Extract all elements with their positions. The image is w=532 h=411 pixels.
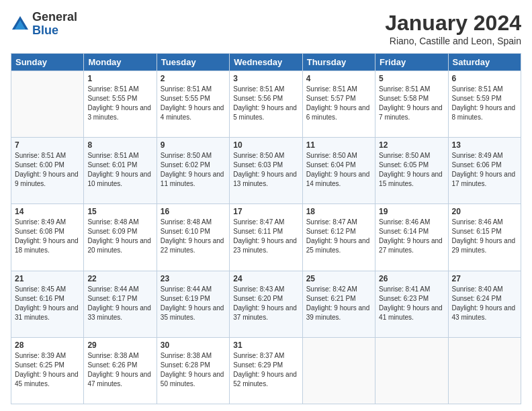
day-number: 12 <box>379 140 444 150</box>
location-subtitle: Riano, Castille and Leon, Spain <box>385 36 521 46</box>
day-number: 20 <box>452 207 517 216</box>
calendar-cell: 7 Sunrise: 8:51 AMSunset: 6:00 PMDayligh… <box>11 138 84 204</box>
calendar-cell: 9 Sunrise: 8:50 AMSunset: 6:02 PMDayligh… <box>157 138 229 204</box>
calendar-cell: 17 Sunrise: 8:47 AMSunset: 6:11 PMDaylig… <box>230 204 302 271</box>
day-number: 27 <box>452 274 517 283</box>
day-number: 19 <box>379 207 444 216</box>
calendar-cell: 18 Sunrise: 8:47 AMSunset: 6:12 PMDaylig… <box>302 204 375 271</box>
day-number: 8 <box>87 140 152 150</box>
calendar-week-3: 21 Sunrise: 8:45 AMSunset: 6:16 PMDaylig… <box>11 271 521 337</box>
logo-icon <box>11 15 30 34</box>
day-info: Sunrise: 8:48 AMSunset: 6:10 PMDaylight:… <box>161 218 224 254</box>
calendar-week-2: 14 Sunrise: 8:49 AMSunset: 6:08 PMDaylig… <box>11 204 521 271</box>
day-number: 29 <box>87 340 152 350</box>
day-info: Sunrise: 8:50 AMSunset: 6:04 PMDaylight:… <box>306 152 370 187</box>
day-info: Sunrise: 8:51 AMSunset: 5:59 PMDaylight:… <box>452 85 516 121</box>
calendar-cell: 20 Sunrise: 8:46 AMSunset: 6:15 PMDaylig… <box>448 204 521 271</box>
calendar-cell: 28 Sunrise: 8:39 AMSunset: 6:25 PMDaylig… <box>11 337 84 404</box>
calendar-cell <box>375 337 448 404</box>
day-info: Sunrise: 8:51 AMSunset: 5:55 PMDaylight:… <box>161 85 224 121</box>
calendar-cell: 2 Sunrise: 8:51 AMSunset: 5:55 PMDayligh… <box>157 71 229 138</box>
calendar-cell: 23 Sunrise: 8:44 AMSunset: 6:19 PMDaylig… <box>157 271 229 337</box>
day-info: Sunrise: 8:41 AMSunset: 6:23 PMDaylight:… <box>379 285 443 321</box>
day-number: 16 <box>161 207 226 216</box>
calendar-cell <box>11 71 84 138</box>
calendar-cell: 16 Sunrise: 8:48 AMSunset: 6:10 PMDaylig… <box>157 204 229 271</box>
logo-text: General Blue <box>32 11 77 38</box>
logo-blue: Blue <box>32 24 77 38</box>
day-info: Sunrise: 8:51 AMSunset: 6:00 PMDaylight:… <box>15 152 79 187</box>
col-friday: Friday <box>375 54 448 71</box>
day-info: Sunrise: 8:40 AMSunset: 6:24 PMDaylight:… <box>452 285 516 321</box>
day-number: 10 <box>233 140 298 150</box>
title-block: January 2024 Riano, Castille and Leon, S… <box>385 11 521 46</box>
calendar-cell: 21 Sunrise: 8:45 AMSunset: 6:16 PMDaylig… <box>11 271 84 337</box>
day-number: 26 <box>379 274 444 283</box>
calendar-week-1: 7 Sunrise: 8:51 AMSunset: 6:00 PMDayligh… <box>11 138 521 204</box>
day-info: Sunrise: 8:51 AMSunset: 5:58 PMDaylight:… <box>379 85 443 121</box>
calendar-cell: 25 Sunrise: 8:42 AMSunset: 6:21 PMDaylig… <box>302 271 375 337</box>
day-info: Sunrise: 8:51 AMSunset: 5:57 PMDaylight:… <box>306 85 370 121</box>
col-sunday: Sunday <box>11 54 84 71</box>
calendar-header: Sunday Monday Tuesday Wednesday Thursday… <box>11 54 521 71</box>
day-info: Sunrise: 8:44 AMSunset: 6:17 PMDaylight:… <box>87 285 151 321</box>
main-container: General Blue January 2024 Riano, Castill… <box>0 0 532 411</box>
day-number: 25 <box>306 274 371 283</box>
day-info: Sunrise: 8:48 AMSunset: 6:09 PMDaylight:… <box>87 218 151 254</box>
col-thursday: Thursday <box>302 54 375 71</box>
day-number: 30 <box>161 340 226 350</box>
day-number: 31 <box>233 340 298 350</box>
day-info: Sunrise: 8:49 AMSunset: 6:08 PMDaylight:… <box>15 218 79 254</box>
day-number: 28 <box>15 340 80 350</box>
calendar-cell: 12 Sunrise: 8:50 AMSunset: 6:05 PMDaylig… <box>375 138 448 204</box>
calendar-cell: 29 Sunrise: 8:38 AMSunset: 6:26 PMDaylig… <box>84 337 157 404</box>
calendar-body: 1 Sunrise: 8:51 AMSunset: 5:55 PMDayligh… <box>11 71 521 404</box>
day-info: Sunrise: 8:37 AMSunset: 6:29 PMDaylight:… <box>233 352 297 387</box>
calendar-cell: 27 Sunrise: 8:40 AMSunset: 6:24 PMDaylig… <box>448 271 521 337</box>
day-number: 15 <box>87 207 152 216</box>
day-info: Sunrise: 8:43 AMSunset: 6:20 PMDaylight:… <box>233 285 297 321</box>
day-info: Sunrise: 8:46 AMSunset: 6:15 PMDaylight:… <box>452 218 516 254</box>
month-title: January 2024 <box>385 11 521 36</box>
day-number: 2 <box>161 74 226 83</box>
calendar-cell: 19 Sunrise: 8:46 AMSunset: 6:14 PMDaylig… <box>375 204 448 271</box>
day-number: 24 <box>233 274 298 283</box>
calendar-cell: 31 Sunrise: 8:37 AMSunset: 6:29 PMDaylig… <box>230 337 302 404</box>
day-number: 6 <box>452 74 517 83</box>
day-info: Sunrise: 8:44 AMSunset: 6:19 PMDaylight:… <box>161 285 224 321</box>
col-tuesday: Tuesday <box>157 54 229 71</box>
day-info: Sunrise: 8:45 AMSunset: 6:16 PMDaylight:… <box>15 285 79 321</box>
day-number: 21 <box>15 274 80 283</box>
calendar-week-0: 1 Sunrise: 8:51 AMSunset: 5:55 PMDayligh… <box>11 71 521 138</box>
day-number: 3 <box>233 74 298 83</box>
calendar-cell: 5 Sunrise: 8:51 AMSunset: 5:58 PMDayligh… <box>375 71 448 138</box>
col-saturday: Saturday <box>448 54 521 71</box>
day-number: 1 <box>87 74 152 83</box>
day-info: Sunrise: 8:47 AMSunset: 6:11 PMDaylight:… <box>233 218 297 254</box>
day-info: Sunrise: 8:46 AMSunset: 6:14 PMDaylight:… <box>379 218 443 254</box>
day-info: Sunrise: 8:50 AMSunset: 6:02 PMDaylight:… <box>161 152 224 187</box>
calendar-cell: 10 Sunrise: 8:50 AMSunset: 6:03 PMDaylig… <box>230 138 302 204</box>
calendar-cell: 6 Sunrise: 8:51 AMSunset: 5:59 PMDayligh… <box>448 71 521 138</box>
day-info: Sunrise: 8:42 AMSunset: 6:21 PMDaylight:… <box>306 285 370 321</box>
day-number: 22 <box>87 274 152 283</box>
calendar-cell: 11 Sunrise: 8:50 AMSunset: 6:04 PMDaylig… <box>302 138 375 204</box>
logo: General Blue <box>11 11 77 38</box>
calendar-cell <box>448 337 521 404</box>
day-info: Sunrise: 8:51 AMSunset: 5:56 PMDaylight:… <box>233 85 297 121</box>
calendar-week-4: 28 Sunrise: 8:39 AMSunset: 6:25 PMDaylig… <box>11 337 521 404</box>
day-number: 17 <box>233 207 298 216</box>
col-monday: Monday <box>84 54 157 71</box>
day-number: 9 <box>161 140 226 150</box>
calendar-cell: 8 Sunrise: 8:51 AMSunset: 6:01 PMDayligh… <box>84 138 157 204</box>
header: General Blue January 2024 Riano, Castill… <box>11 11 521 46</box>
day-info: Sunrise: 8:50 AMSunset: 6:05 PMDaylight:… <box>379 152 443 187</box>
logo-general: General <box>32 11 77 24</box>
calendar-cell: 22 Sunrise: 8:44 AMSunset: 6:17 PMDaylig… <box>84 271 157 337</box>
calendar-cell: 3 Sunrise: 8:51 AMSunset: 5:56 PMDayligh… <box>230 71 302 138</box>
day-number: 11 <box>306 140 371 150</box>
calendar-cell: 24 Sunrise: 8:43 AMSunset: 6:20 PMDaylig… <box>230 271 302 337</box>
calendar-cell: 15 Sunrise: 8:48 AMSunset: 6:09 PMDaylig… <box>84 204 157 271</box>
calendar-cell <box>302 337 375 404</box>
day-number: 23 <box>161 274 226 283</box>
